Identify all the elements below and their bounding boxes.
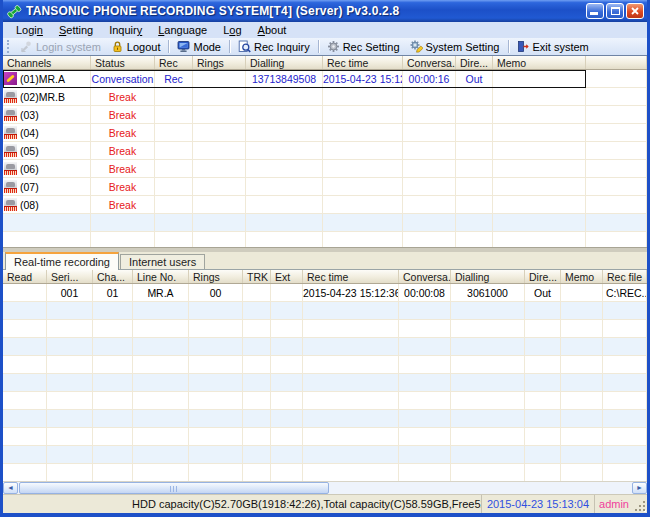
column-header-serial[interactable]: Seri... xyxy=(47,270,93,283)
cell-empty xyxy=(271,302,303,320)
toolbar-button-system-setting[interactable]: System Setting xyxy=(405,39,505,54)
column-header-memo[interactable]: Memo xyxy=(493,56,586,69)
channel-row[interactable]: (05)Break xyxy=(3,142,647,160)
menu-language[interactable]: Language xyxy=(150,23,215,37)
column-header-blank[interactable] xyxy=(586,56,647,69)
cell-empty xyxy=(451,374,525,392)
menu-inquiry[interactable]: Inquiry xyxy=(101,23,150,37)
status-right-panels: 2015-04-23 15:13:04 admin xyxy=(481,495,647,513)
column-header-trk[interactable]: TRK xyxy=(243,270,271,283)
cell-empty xyxy=(303,338,399,356)
scrollbar-thumb[interactable] xyxy=(19,482,329,494)
column-header-status[interactable]: Status xyxy=(91,56,155,69)
cell-dialling xyxy=(246,106,323,124)
cell-empty xyxy=(133,338,189,356)
cell-empty xyxy=(133,464,189,481)
column-header-channel[interactable]: Cha... xyxy=(93,270,133,283)
scroll-left-arrow-icon[interactable]: ◄ xyxy=(3,482,18,494)
phone-break-icon xyxy=(4,144,17,157)
column-header-rec_time[interactable]: Rec time xyxy=(323,56,403,69)
horizontal-scrollbar[interactable]: ◄ ► xyxy=(3,481,647,494)
scroll-right-arrow-icon[interactable]: ► xyxy=(632,482,647,494)
column-header-dialling[interactable]: Dialling xyxy=(451,270,525,283)
cell-empty xyxy=(3,302,47,320)
cell-blank xyxy=(586,70,647,88)
cell-empty xyxy=(93,392,133,410)
cell-rec: Rec xyxy=(155,70,193,88)
toolbar-button-label: Rec Inquiry xyxy=(254,41,310,53)
cell-rec_time: 2015-04-23 15:12:48 xyxy=(323,70,403,88)
cell-blank xyxy=(586,196,647,214)
cell-blank xyxy=(586,106,647,124)
empty-row xyxy=(3,302,647,320)
toolbar-button-mode[interactable]: Mode xyxy=(172,39,226,54)
channel-row[interactable]: (04)Break xyxy=(3,124,647,142)
column-header-line_no[interactable]: Line No. xyxy=(133,270,189,283)
toolbar-grip[interactable] xyxy=(7,40,11,53)
column-header-conversation[interactable]: Conversa... xyxy=(399,270,451,283)
cell-empty xyxy=(91,232,155,247)
column-header-conversation[interactable]: Conversa... xyxy=(403,56,456,69)
cell-rings xyxy=(193,142,246,160)
column-header-direction[interactable]: Dire... xyxy=(525,270,561,283)
cell-empty xyxy=(451,338,525,356)
cell-empty xyxy=(303,356,399,374)
cell-conversation xyxy=(403,88,456,106)
column-header-channel[interactable]: Channels xyxy=(3,56,91,69)
column-header-rings[interactable]: Rings xyxy=(189,270,243,283)
cell-empty xyxy=(561,428,603,446)
cell-empty xyxy=(271,356,303,374)
toolbar-button-exit-system[interactable]: Exit system xyxy=(512,39,594,54)
cell-empty xyxy=(403,232,456,247)
cell-dialling xyxy=(246,196,323,214)
recording-row[interactable]: 00101MR.A002015-04-23 15:12:3600:00:0830… xyxy=(3,284,647,302)
column-header-dialling[interactable]: Dialling xyxy=(246,56,323,69)
window-title: TANSONIC PHONE RECORDING SYSTEM[T4] (Ser… xyxy=(26,4,582,18)
column-header-rec[interactable]: Rec xyxy=(155,56,193,69)
tab-internet-users[interactable]: Internet users xyxy=(120,254,205,269)
maximize-button[interactable] xyxy=(606,3,624,19)
cell-empty xyxy=(3,374,47,392)
cell-empty xyxy=(3,232,91,247)
toolbar-separator xyxy=(168,40,169,53)
channel-row[interactable]: (03)Break xyxy=(3,106,647,124)
minimize-button[interactable] xyxy=(586,3,604,19)
column-header-rec_time[interactable]: Rec time xyxy=(303,270,399,283)
menu-log[interactable]: Log xyxy=(215,23,249,37)
menu-about[interactable]: About xyxy=(250,23,295,37)
resize-grip[interactable] xyxy=(633,495,647,513)
cell-empty xyxy=(561,320,603,338)
cell-empty xyxy=(403,214,456,232)
column-header-rings[interactable]: Rings xyxy=(193,56,246,69)
cell-empty xyxy=(456,232,493,247)
column-header-read[interactable]: Read xyxy=(3,270,47,283)
column-header-direction[interactable]: Dire... xyxy=(456,56,493,69)
cell-rec xyxy=(155,106,193,124)
channel-row[interactable]: (01)MR.AConversationRec137138495082015-0… xyxy=(3,70,647,88)
channel-label: (07) xyxy=(20,181,39,193)
title-bar[interactable]: TANSONIC PHONE RECORDING SYSTEM[T4] (Ser… xyxy=(3,0,647,22)
cell-empty xyxy=(271,410,303,428)
menu-login[interactable]: Login xyxy=(8,23,51,37)
cell-rings xyxy=(193,124,246,142)
toolbar-button-rec-setting[interactable]: Rec Setting xyxy=(322,39,405,54)
cell-empty xyxy=(47,356,93,374)
cell-rings xyxy=(193,160,246,178)
toolbar-button-rec-inquiry[interactable]: Rec Inquiry xyxy=(233,39,315,54)
channel-row[interactable]: (07)Break xyxy=(3,178,647,196)
empty-row xyxy=(3,410,647,428)
tab-real-time-recording[interactable]: Real-time recording xyxy=(5,252,119,270)
menu-setting[interactable]: Setting xyxy=(51,23,101,37)
channel-row[interactable]: (06)Break xyxy=(3,160,647,178)
toolbar-button-login-system[interactable]: Login system xyxy=(15,39,106,54)
channel-row[interactable]: (02)MR.BBreak xyxy=(3,88,647,106)
column-header-ext[interactable]: Ext xyxy=(271,270,303,283)
toolbar-button-logout[interactable]: Logout xyxy=(106,39,166,54)
cell-channel: (01)MR.A xyxy=(3,70,91,88)
column-header-rec_file[interactable]: Rec file xyxy=(603,270,647,283)
channel-row[interactable]: (08)Break xyxy=(3,196,647,214)
column-header-memo[interactable]: Memo xyxy=(561,270,603,283)
close-button[interactable] xyxy=(626,3,644,19)
cell-empty xyxy=(561,356,603,374)
cell-empty xyxy=(525,338,561,356)
